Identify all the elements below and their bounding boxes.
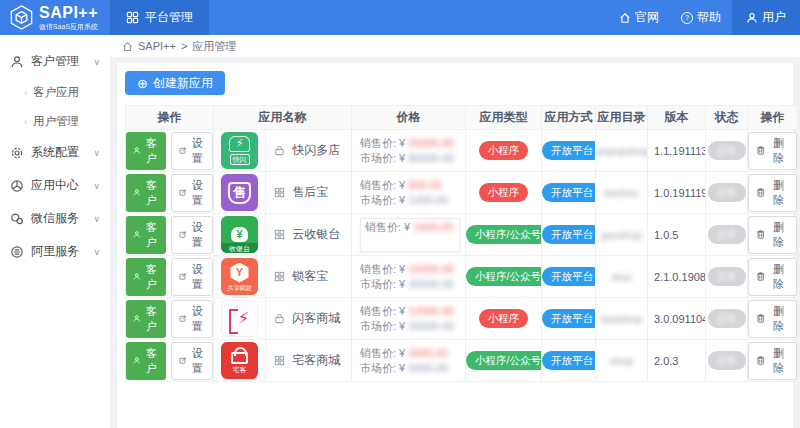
app-logo: ⚡ [221,300,258,337]
sidebar-item-label: 微信服务 [31,210,79,227]
app-logo-area: SAPI++ 微信SaaS应用系统 [0,0,110,35]
edit-icon [179,187,187,198]
sidebar: 客户管理 ∨ › 客户应用 › 用户管理 系统配置 ∨ 应用中心 ∨ [0,35,110,428]
delete-button[interactable]: 删除 [748,300,797,338]
app-logo: 售 [221,174,258,211]
app-name: 宅客商城 [292,353,340,367]
sidebar-item-ali-services[interactable]: 阿里服务 ∨ [0,235,110,268]
app-logo-glyph: ⚡ [229,136,251,152]
official-site-link[interactable]: 官网 [608,0,670,35]
brand-title: SAPI++ [39,5,98,21]
customer-button[interactable]: 客户 [126,342,166,380]
trash-icon [756,313,765,324]
market-price-blurred: 80000.00 [408,151,454,166]
app-mode-badge: 开放平台 [542,141,596,160]
trash-icon [756,271,765,282]
trash-icon [756,145,765,156]
app-mode-badge: 开放平台 [542,351,596,370]
delete-button[interactable]: 删除 [748,258,797,296]
app-type-badge: 小程序/公众号 [466,351,542,370]
tab-platform-management[interactable]: 平台管理 [110,0,209,35]
delete-button[interactable]: 删除 [748,174,797,212]
sidebar-item-wechat-services[interactable]: 微信服务 ∨ [0,202,110,235]
customer-button[interactable]: 客户 [126,300,166,338]
col-header-status: 状态 [706,106,748,130]
brand-hexagon-icon [8,4,35,31]
customer-button[interactable]: 客户 [126,258,166,296]
grid-icon [274,355,285,366]
delete-button[interactable]: 删除 [748,216,797,254]
breadcrumb-root[interactable]: SAPI++ [138,40,176,52]
chevron-right-icon: › [24,88,27,98]
home-icon [122,41,133,52]
user-menu[interactable]: 用户 [732,0,800,35]
trash-icon [756,229,765,240]
col-header-version: 版本 [648,106,706,130]
app-logo-glyph: ⚡ [238,310,250,327]
breadcrumb-current: 应用管理 [192,39,236,54]
breadcrumb-separator: > [181,40,187,52]
app-logo-label: 收银台 [221,243,258,253]
settings-button[interactable]: 设置 [171,342,213,380]
create-app-button[interactable]: ⊕ 创建新应用 [125,71,225,95]
settings-button[interactable]: 设置 [171,132,213,170]
chevron-down-icon: ∨ [93,148,100,158]
settings-button[interactable]: 设置 [171,174,213,212]
customer-button[interactable]: 客户 [126,174,166,212]
help-label: 帮助 [697,9,721,26]
market-price-blurred: 20000.00 [408,319,454,334]
app-type-badge: 小程序 [479,183,529,202]
edit-icon [179,313,187,324]
trash-icon [756,187,765,198]
sale-price-blurred: 800.00 [408,178,442,193]
sidebar-item-system-config[interactable]: 系统配置 ∨ [0,136,110,169]
sidebar-item-label: 系统配置 [31,144,79,161]
edit-icon [179,145,187,156]
sale-price-blurred: 12000.00 [408,304,454,319]
app-dir-blurred: shop [610,355,634,367]
status-badge: 正常 [708,141,746,160]
app-name: 闪客商城 [292,311,340,325]
status-badge: 正常 [708,267,746,286]
sale-price-blurred: 1600.00 [413,220,453,235]
apps-table: 操作 应用名称 价格 应用类型 应用方式 应用目录 版本 状态 操作 [125,105,798,382]
col-header-operate2: 操作 [748,106,798,130]
sidebar-item-customer-apps[interactable]: › 客户应用 [0,78,110,107]
col-header-app-name: 应用名称 [214,106,352,130]
delete-button[interactable]: 删除 [748,342,797,380]
app-type-badge: 小程序 [479,141,529,160]
app-center-icon [10,179,24,193]
status-badge: 正常 [708,183,746,202]
chevron-down-icon: ∨ [93,247,100,257]
gear-icon [10,146,24,160]
customer-button[interactable]: 客户 [126,132,166,170]
app-type-badge: 小程序/公众号 [466,267,542,286]
settings-button[interactable]: 设置 [171,216,213,254]
user-icon [133,355,141,366]
market-price-blurred: 1200.00 [408,193,448,208]
app-version: 1.1.191113 [654,145,706,157]
app-mode-badge: 开放平台 [542,183,596,202]
table-row: 客户 设置 ⚡ 快闪 [126,130,798,172]
plus-circle-icon: ⊕ [137,77,148,90]
app-name: 云收银台 [292,227,340,241]
app-logo-label: 快闪 [230,154,250,165]
chevron-down-icon: ∨ [93,57,100,67]
lock-icon [274,145,285,156]
user-icon [133,145,141,156]
chevron-down-icon: ∨ [93,181,100,191]
sidebar-item-app-center[interactable]: 应用中心 ∨ [0,169,110,202]
settings-button[interactable]: 设置 [171,300,213,338]
sidebar-item-user-management[interactable]: › 用户管理 [0,107,110,136]
settings-button[interactable]: 设置 [171,258,213,296]
app-dir-blurred: xfun [611,271,632,283]
help-link[interactable]: ? 帮助 [670,0,732,35]
delete-button[interactable]: 删除 [748,132,797,170]
user-icon [133,187,141,198]
status-badge: 正常 [708,225,746,244]
customer-button[interactable]: 客户 [126,216,166,254]
grid-icon [274,271,285,282]
grid-icon [126,11,139,24]
sidebar-item-customer-management[interactable]: 客户管理 ∨ [0,45,110,78]
market-price-blurred: 30000.00 [408,277,454,292]
